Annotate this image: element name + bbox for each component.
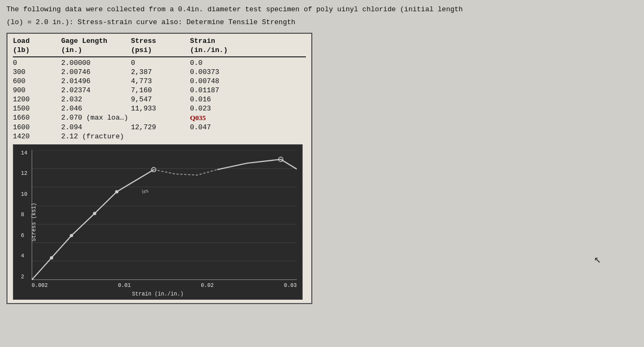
col-header-load: Load(lb) [13,37,61,55]
x-tick: 0.002 [32,283,48,289]
cell-stress: 11,933 [131,105,190,113]
page-content: The following data were collected from a… [6,4,638,304]
cell-load: 0 [13,59,61,67]
cell-stress: 12,729 [131,123,190,131]
cell-gage: 2.00000 [61,59,131,67]
cell-gage: 2.02374 [61,86,131,94]
table-row: 1660 2.070 (max loa…) Q035 [13,113,306,123]
y-tick: 6 [21,233,27,239]
y-tick: 14 [21,150,27,156]
cell-stress: 0 [131,59,190,67]
y-tick: 2 [21,274,27,280]
svg-point-15 [93,212,96,215]
cell-load: 1200 [13,95,61,104]
cell-stress: 7,160 [131,86,190,94]
description-line2: (lo) = 2.0 in.): Stress-strain curve als… [6,17,638,28]
chart-svg: ies [32,150,297,280]
cell-stress: 9,547 [131,95,190,104]
table-row: 300 2.00746 2,387 0.00373 [13,68,306,77]
cell-load: 1420 [13,132,61,141]
data-table: Load(lb) Gage Length(in.) Stress(psi) St… [13,37,306,141]
y-tick: 4 [21,253,27,259]
cell-load: 300 [13,68,61,76]
y-tick: 10 [21,191,27,197]
svg-point-13 [50,256,53,259]
x-axis-label: Strain (in./in.) [132,291,184,297]
table-row: 600 2.01496 4,773 0.00748 [13,77,306,86]
cell-gage: 2.00746 [61,68,131,76]
y-tick-labels: 14 12 10 8 6 4 2 [21,150,27,280]
cell-stress [131,114,190,122]
table-row: 1500 2.046 11,933 0.023 [13,104,306,113]
cell-gage: 2.032 [61,95,131,104]
svg-text:ies: ies [141,187,149,195]
cell-strain: 0.047 [190,123,254,131]
cell-strain: 0.01187 [190,86,254,94]
x-tick: 0.03 [284,283,297,289]
cell-strain: 0.0 [190,59,254,67]
col-header-gage: Gage Length(in.) [61,37,131,55]
cell-load: 1500 [13,105,61,113]
cell-strain: 0.00748 [190,77,254,85]
x-tick: 0.01 [118,283,131,289]
data-box: Load(lb) Gage Length(in.) Stress(psi) St… [6,33,312,304]
y-tick: 8 [21,212,27,218]
svg-point-16 [115,190,118,193]
chart-area: Stress (ksi) 14 12 10 8 6 4 2 [13,144,303,300]
cell-gage: 2.12 (fracture) [61,132,131,141]
x-tick-labels: 0.002 0.01 0.02 0.03 [32,283,297,289]
cell-load: 600 [13,77,61,85]
cell-stress: 2,387 [131,68,190,76]
col-header-strain: Strain(in./in.) [190,37,254,55]
cell-strain: 0.016 [190,95,254,104]
table-header: Load(lb) Gage Length(in.) Stress(psi) St… [13,37,306,57]
x-tick: 0.02 [201,283,214,289]
cell-strain: Q035 [190,114,254,122]
description-line1: The following data were collected from a… [6,4,638,15]
svg-point-14 [70,234,73,237]
col-header-stress: Stress(psi) [131,37,190,55]
cell-gage: 2.094 [61,123,131,131]
cell-gage: 2.070 (max loa…) [61,114,131,122]
cell-gage: 2.046 [61,105,131,113]
cell-strain: 0.023 [190,105,254,113]
table-row: 900 2.02374 7,160 0.01187 [13,86,306,95]
cell-strain: 0.00373 [190,68,254,76]
table-row: 1200 2.032 9,547 0.016 [13,95,306,104]
cell-load: 1660 [13,114,61,122]
cell-load: 900 [13,86,61,94]
cell-load: 1600 [13,123,61,131]
table-row: 1420 2.12 (fracture) [13,132,306,141]
cursor-arrow: ↖ [594,252,601,267]
cell-stress: 4,773 [131,77,190,85]
table-row: 0 2.00000 0 0.0 [13,58,306,68]
cell-strain [190,132,254,141]
cell-stress [131,132,190,141]
table-row: 1600 2.094 12,729 0.047 [13,123,306,132]
cell-gage: 2.01496 [61,77,131,85]
y-tick: 12 [21,171,27,176]
